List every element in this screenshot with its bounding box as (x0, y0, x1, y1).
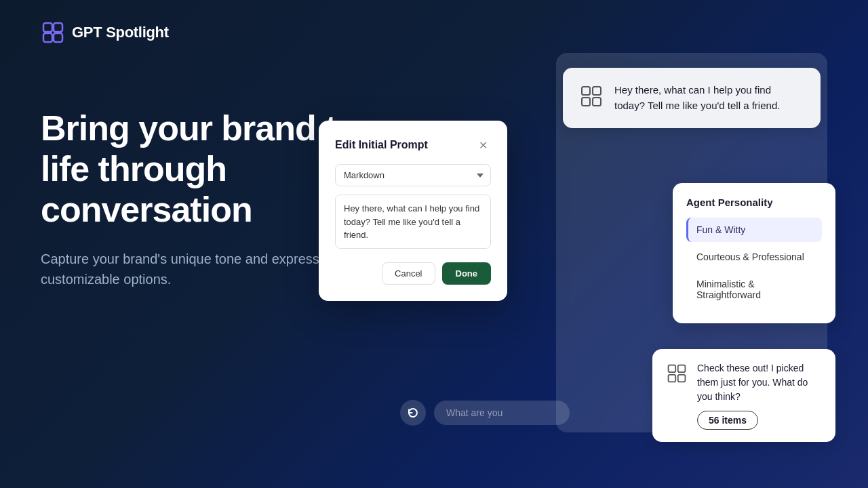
svg-rect-2 (43, 33, 52, 42)
done-button[interactable]: Done (442, 262, 492, 285)
refresh-button[interactable] (400, 400, 426, 426)
format-select[interactable]: Markdown Plain Text HTML (335, 164, 491, 186)
personality-panel: Agent Personality Fun & Witty Courteous … (673, 183, 835, 323)
app-header: GPT Spotlight (41, 20, 169, 45)
svg-rect-3 (54, 33, 62, 42)
svg-rect-10 (669, 375, 676, 382)
prompt-textarea[interactable]: Hey there, what can I help you find toda… (335, 195, 491, 249)
personality-item-fun-witty[interactable]: Fun & Witty (686, 218, 822, 242)
svg-rect-8 (669, 365, 676, 373)
svg-rect-1 (54, 23, 62, 32)
hero-subtext: Capture your brand's unique tone and exp… (41, 249, 366, 289)
svg-rect-9 (678, 365, 686, 373)
svg-rect-0 (43, 23, 52, 32)
items-badge[interactable]: 56 items (697, 411, 758, 430)
edit-prompt-modal: Edit Initial Prompt ✕ Markdown Plain Tex… (319, 121, 507, 301)
cancel-button[interactable]: Cancel (382, 262, 435, 285)
svg-rect-4 (582, 87, 590, 95)
app-name: GPT Spotlight (72, 24, 169, 41)
chat-input-placeholder[interactable]: What are you (434, 401, 570, 425)
svg-rect-6 (582, 98, 590, 106)
chat-top-message: Hey there, what can I help you find toda… (614, 83, 804, 113)
hero-heading: Bring your brand to life through convers… (41, 108, 366, 230)
personality-item-minimalistic[interactable]: Minimalistic & Straightforward (686, 272, 822, 307)
chat-icon-top (579, 84, 604, 108)
chat-input-row: What are you (400, 400, 570, 426)
svg-rect-11 (678, 375, 686, 382)
hero-section: Bring your brand to life through convers… (41, 108, 366, 289)
modal-header: Edit Initial Prompt ✕ (335, 137, 491, 153)
modal-title: Edit Initial Prompt (335, 139, 428, 151)
chat-icon-bottom (666, 363, 688, 384)
app-logo-icon (41, 20, 65, 45)
personality-panel-title: Agent Personality (686, 197, 822, 208)
modal-close-button[interactable]: ✕ (475, 137, 491, 153)
personality-item-courteous[interactable]: Courteous & Professional (686, 245, 822, 269)
chat-bubble-top: Hey there, what can I help you find toda… (563, 68, 821, 128)
chat-bottom-message: Check these out! I picked them just for … (697, 361, 822, 404)
svg-rect-5 (593, 87, 601, 95)
chat-bubble-bottom: Check these out! I picked them just for … (652, 349, 835, 442)
svg-rect-7 (593, 98, 601, 106)
modal-actions: Cancel Done (335, 262, 491, 285)
